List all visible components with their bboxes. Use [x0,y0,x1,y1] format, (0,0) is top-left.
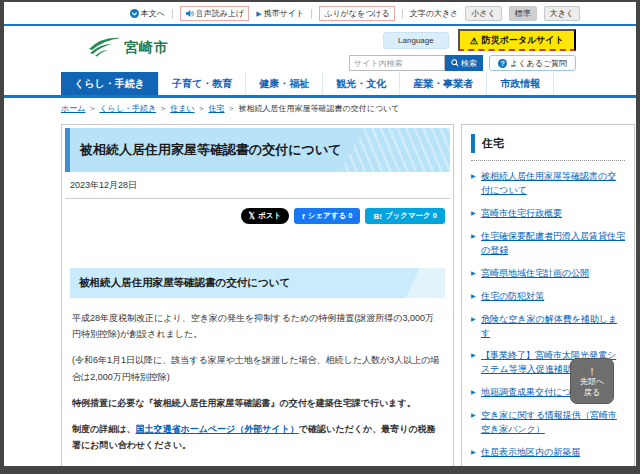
utility-bar: 本文へ 音声読み上げ ▶ 携帯サイト ふりがなをつける 文字の大きさ 小さく 標… [4,2,636,26]
content-area: 被相続人居住用家屋等確認書の交付について 2023年12月28日 𝕏 ポスト f… [4,118,636,474]
text-size-label: 文字の大きさ [410,8,459,19]
article-body: 平成28年度税制改正により、空き家の発生を抑制するための特例措置(譲渡所得の3,… [65,298,450,474]
main-article: 被相続人居住用家屋等確認書の交付について 2023年12月28日 𝕏 ポスト f… [61,124,454,474]
mobile-site-label: 携帯サイト [264,8,305,19]
breadcrumb-separator: ＞ [228,104,236,113]
list-item: 住宅確保要配慮者円滑入居賃貸住宅の登録 [471,230,625,258]
sidebar-link-akiya-bank[interactable]: 空き家に関する情報提供（宮崎市空き家バンク） [481,410,617,434]
sidebar-link-chiiki-keikaku[interactable]: 宮崎県地域住宅計画の公開 [481,268,589,278]
voice-readout-link[interactable]: 音声読み上げ [180,6,249,21]
sidebar-link-bohan[interactable]: 住宅の防犯対策 [481,291,544,301]
hatena-bookmark-label: ブックマーク 0 [385,211,437,221]
back-to-top-label-2: 戻る [584,388,600,398]
hatena-bookmark-button[interactable]: B! ブックマーク 0 [365,208,445,224]
nav-shisei-joho[interactable]: 市政情報 [486,72,554,95]
divider [402,9,403,19]
paragraph: 特例措置に必要な『被相続人居住用家屋等確認書』の交付を建築住宅課で行います。 [72,395,443,411]
x-icon: 𝕏 [249,212,255,221]
list-item: 危険な空き家の解体費を補助します [471,313,625,341]
search-button[interactable]: 検索 [445,55,483,71]
list-item: 住居表示地区内の新築届 [471,446,625,460]
hatena-icon: B! [373,212,381,221]
site-search-input[interactable] [349,55,445,71]
page-title: 被相続人居住用家屋等確認書の交付について [65,128,450,172]
publish-date: 2023年12月28日 [65,172,450,199]
breadcrumb-home[interactable]: ホーム [61,104,85,113]
breadcrumb-separator: ＞ [88,104,96,113]
breadcrumb-current: 被相続人居住用家屋等確認書の交付について [239,104,400,113]
divider [172,9,173,19]
paragraph-text: 制度の詳細は、 [72,424,135,434]
furigana-label: ふりがなをつける [324,8,390,19]
miyazaki-logo-icon [88,35,122,57]
header-tools: Language ⚠ 防災ポータルサイト 検索 ? よくあるご質問 [349,29,576,71]
list-item: 住宅の防犯対策 [471,290,625,304]
sidebar-link-shinchiku-todoke[interactable]: 住居表示地区内の新築届 [481,447,580,457]
breadcrumb-separator: ＞ [198,104,206,113]
arrow-circle-icon [130,9,139,18]
sidebar-header: 住宅 [471,134,625,161]
list-item: 宮崎県地域住宅計画の公開 [471,267,625,281]
facebook-share-label: シェアする 0 [308,211,353,221]
site-logo[interactable]: 宮崎市 [88,35,169,57]
breadcrumb: ホーム＞くらし・手続き＞住まい＞住宅＞被相続人居住用家屋等確認書の交付について [4,98,636,118]
site-header: 宮崎市 Language ⚠ 防災ポータルサイト 検索 ? よくあるご質問 [4,26,636,72]
faq-button[interactable]: ? よくあるご質問 [489,55,576,71]
text-size-normal-button[interactable]: 標準 [509,6,537,21]
sidebar-link-kaitai-hojo[interactable]: 危険な空き家の解体費を補助します [481,314,617,338]
list-item: 被相続人居住用家屋等確認書の交付について [471,170,625,198]
nav-kanko-bunka[interactable]: 観光・文化 [322,72,399,95]
nav-kosodate-kyoiku[interactable]: 子育て・教育 [158,72,245,95]
disaster-portal-label: 防災ポータルサイト [482,34,564,47]
skip-to-content-link[interactable]: 本文へ [130,8,165,19]
sidebar-link-gyosei-gaiyo[interactable]: 宮崎市住宅行政概要 [481,208,562,218]
mobile-site-link[interactable]: ▶ 携帯サイト [256,8,304,19]
list-item: 空き家に関する情報提供（宮崎市空き家バンク） [471,409,625,437]
site-name: 宮崎市 [124,39,169,57]
sidebar-link-chintai-toroku[interactable]: 住宅確保要配慮者円滑入居賃貸住宅の登録 [481,231,625,255]
paragraph: 制度の詳細は、国土交通省ホームページ（外部サイト）で確認いただくか、最寄りの税務… [72,421,443,453]
language-button[interactable]: Language [383,32,449,49]
sidebar-link-list: 被相続人居住用家屋等確認書の交付について 宮崎市住宅行政概要 住宅確保要配慮者円… [471,170,625,474]
text-size-large-button[interactable]: 大きく [544,6,580,21]
breadcrumb-sumai[interactable]: 住まい [170,104,194,113]
text-size-small-button[interactable]: 小さく [465,6,501,21]
breadcrumb-kurashi[interactable]: くらし・手続き [99,104,156,113]
browser-page: 本文へ 音声読み上げ ▶ 携帯サイト ふりがなをつける 文字の大きさ 小さく 標… [0,0,640,474]
divider [311,9,312,19]
magnifier-icon [451,59,459,67]
nav-sangyo-jigyosha[interactable]: 産業・事業者 [399,72,486,95]
up-arrow-icon: ↑ [589,364,596,377]
nav-kurashi-tetsuzuki[interactable]: くらし・手続き [61,72,158,95]
facebook-share-button[interactable]: f シェアする 0 [294,208,360,224]
facebook-icon: f [302,212,305,221]
mlit-external-link[interactable]: 国土交通省ホームページ（外部サイト） [135,424,298,434]
question-icon: ? [498,59,507,68]
voice-readout-label: 音声読み上げ [196,8,244,19]
back-to-top-button[interactable]: ↑ 先頭へ 戻る [570,358,614,404]
sidebar-link-kakuninsho[interactable]: 被相続人居住用家屋等確認書の交付について [481,171,616,195]
section-title: 被相続人居住用家屋等確認書の交付について [70,268,445,298]
speaker-icon [185,9,194,18]
nav-kenko-fukushi[interactable]: 健康・福祉 [245,72,322,95]
back-to-top-label-1: 先頭へ [580,377,604,387]
paragraph: 平成28年度税制改正により、空き家の発生を抑制するための特例措置(譲渡所得の3,… [72,310,443,342]
breadcrumb-separator: ＞ [159,104,167,113]
sidebar-link-flat35[interactable]: 優良住宅取得支援制度（【フラット35】S） [481,470,617,474]
list-item: 宮崎市住宅行政概要 [471,207,625,221]
faq-label: よくあるご質問 [510,58,567,69]
disaster-portal-button[interactable]: ⚠ 防災ポータルサイト [458,29,576,51]
warning-icon: ⚠ [470,36,478,46]
x-post-button[interactable]: 𝕏 ポスト [241,208,289,224]
list-item: 優良住宅取得支援制度（【フラット35】S） [471,469,625,474]
paragraph: なお、本確認書は申請の家屋や土地が空き家及びその敷地であったことを確認するもので… [72,463,443,474]
triangle-icon: ▶ [256,10,261,18]
x-post-label: ポスト [258,211,281,221]
search-button-label: 検索 [461,58,477,69]
share-buttons: 𝕏 ポスト f シェアする 0 B! ブックマーク 0 [65,199,450,230]
related-links-sidebar: 住宅 被相続人居住用家屋等確認書の交付について 宮崎市住宅行政概要 住宅確保要配… [461,124,635,474]
furigana-link[interactable]: ふりがなをつける [319,6,395,21]
breadcrumb-jutaku[interactable]: 住宅 [209,104,225,113]
global-nav: くらし・手続き 子育て・教育 健康・福祉 観光・文化 産業・事業者 市政情報 [4,72,636,98]
paragraph: (令和6年1月1日以降に、該当する家屋や土地を譲渡した場合、相続した人数が3人以… [72,352,443,384]
